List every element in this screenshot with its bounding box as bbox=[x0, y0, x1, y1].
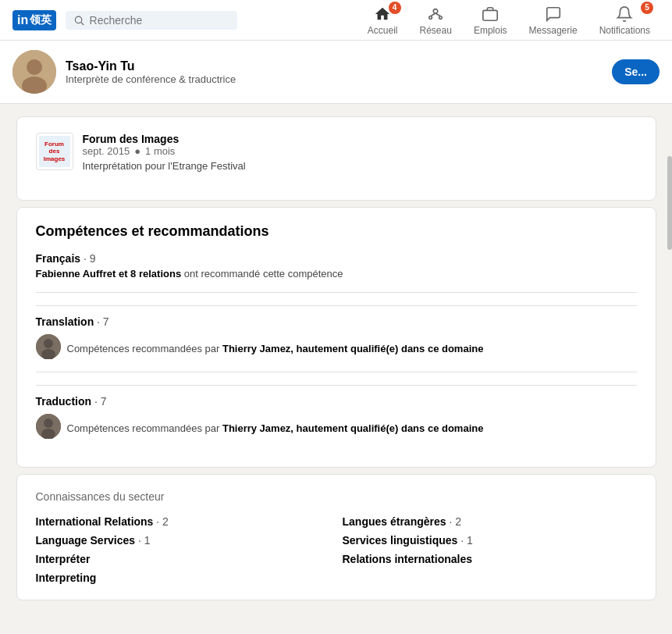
traduction-recommender-name: Thierry Jamez, hautement qualifié(e) dan… bbox=[222, 422, 483, 434]
competences-title: Compétences et recommandations bbox=[36, 223, 637, 240]
svg-point-15 bbox=[44, 419, 53, 428]
francais-recommender-name: Fabienne Auffret et 8 relations bbox=[36, 268, 182, 280]
translation-recommender-avatar bbox=[36, 334, 61, 359]
svg-point-3 bbox=[429, 16, 432, 19]
industry-name-relations-internationales: Relations internationales bbox=[343, 553, 472, 565]
industry-name-interpreter: Interpréter bbox=[36, 553, 91, 565]
industry-name-interpreting: Interpreting bbox=[36, 572, 97, 584]
recommender-avatar-image bbox=[36, 334, 61, 359]
profile-info: Tsao-Yin Tu Interprète de conférence & t… bbox=[66, 59, 236, 85]
svg-line-6 bbox=[436, 13, 440, 16]
industry-section-title: Connaissances du secteur bbox=[36, 490, 637, 503]
profile-name: Tsao-Yin Tu bbox=[66, 59, 236, 73]
translation-recommender-text: Compétences recommandées par Thierry Jam… bbox=[67, 343, 484, 354]
experience-description: Interprétation pour l'Etrange Festival bbox=[83, 160, 246, 172]
search-input[interactable] bbox=[90, 14, 230, 27]
linkedin-in-text: in bbox=[17, 13, 28, 27]
profile-search-button[interactable]: Se... bbox=[612, 59, 660, 84]
industry-item-langues-etrangeres: Langues étrangères · 2 bbox=[343, 515, 637, 528]
nav-label-emplois: Emplois bbox=[474, 25, 507, 36]
industry-item-intl-relations: International Relations · 2 bbox=[36, 515, 330, 528]
industry-item-relations-internationales: Relations internationales bbox=[343, 553, 637, 565]
nav-item-messagerie[interactable]: Messagerie bbox=[520, 2, 587, 39]
svg-point-0 bbox=[76, 16, 82, 23]
company-logo-inner: ForumdesImages bbox=[39, 136, 70, 167]
nav-label-notifications: Notifications bbox=[599, 25, 650, 36]
company-logo: ForumdesImages bbox=[36, 133, 73, 170]
divider-2 bbox=[36, 385, 637, 386]
experience-date: sept. 2015 ● 1 mois bbox=[83, 145, 246, 157]
svg-line-5 bbox=[431, 13, 436, 16]
competence-translation-count: · 7 bbox=[97, 315, 109, 328]
nav-item-notifications[interactable]: 5 Notifications bbox=[590, 2, 660, 39]
competence-translation-name: Translation · 7 bbox=[36, 315, 637, 328]
competence-traduction: Traduction · 7 Compétences recommandées … bbox=[36, 395, 637, 451]
industry-name-langues-etrangeres: Langues étrangères bbox=[343, 515, 446, 528]
bell-icon bbox=[615, 5, 634, 23]
svg-point-2 bbox=[433, 9, 438, 12]
industry-name-language-services: Language Services bbox=[36, 534, 136, 547]
industry-name-intl-relations: International Relations bbox=[36, 515, 154, 528]
experience-card: ForumdesImages Forum des Images sept. 20… bbox=[16, 116, 656, 201]
traduction-recommender-row: Compétences recommandées par Thierry Jam… bbox=[36, 414, 637, 439]
experience-separator: ● bbox=[134, 145, 140, 157]
jobs-icon bbox=[481, 5, 500, 23]
competence-traduction-count: · 7 bbox=[94, 395, 107, 408]
profile-title: Interprète de conférence & traductrice bbox=[66, 73, 236, 85]
translation-recommender-name: Thierry Jamez, hautement qualifié(e) dan… bbox=[222, 343, 483, 354]
nav-items: 4 Accueil Réseau bbox=[358, 2, 660, 39]
industry-item-language-services: Language Services · 1 bbox=[36, 534, 330, 547]
industry-name-services-linguistiques: Services linguistiques bbox=[343, 534, 458, 547]
svg-point-9 bbox=[27, 59, 42, 75]
competences-card: Compétences et recommandations Français … bbox=[16, 207, 656, 468]
industry-count-langues-etrangeres: · 2 bbox=[449, 515, 461, 528]
experience-item: ForumdesImages Forum des Images sept. 20… bbox=[36, 133, 637, 172]
experience-details: Forum des Images sept. 2015 ● 1 mois Int… bbox=[83, 133, 246, 172]
industry-card: Connaissances du secteur International R… bbox=[16, 474, 656, 600]
nav-item-emplois[interactable]: Emplois bbox=[464, 2, 517, 39]
nav-label-reseau: Réseau bbox=[420, 25, 452, 36]
competence-francais-recommenders: Fabienne Auffret et 8 relations ont reco… bbox=[36, 268, 637, 280]
traduction-recommender-avatar bbox=[36, 414, 61, 439]
svg-rect-7 bbox=[483, 10, 497, 20]
search-bar[interactable] bbox=[66, 11, 237, 30]
network-icon bbox=[426, 5, 445, 23]
svg-point-12 bbox=[44, 339, 53, 348]
svg-line-1 bbox=[81, 22, 84, 24]
industry-grid: International Relations · 2 Langues étra… bbox=[36, 515, 637, 584]
divider-1 bbox=[36, 305, 637, 306]
profile-strip: Tsao-Yin Tu Interprète de conférence & t… bbox=[0, 41, 672, 104]
search-icon bbox=[73, 14, 84, 27]
industry-count-language-services: · 1 bbox=[138, 534, 151, 547]
main-content: ForumdesImages Forum des Images sept. 20… bbox=[16, 116, 656, 600]
industry-item-interpreter: Interpréter bbox=[36, 553, 330, 565]
experience-duration: 1 mois bbox=[145, 145, 175, 157]
industry-count-services-linguistiques: · 1 bbox=[460, 534, 473, 547]
traduction-avatar-image bbox=[36, 414, 61, 439]
avatar bbox=[12, 50, 56, 94]
experience-date-text: sept. 2015 bbox=[83, 145, 130, 157]
notifications-badge: 5 bbox=[641, 2, 653, 14]
scrollbar-indicator[interactable] bbox=[667, 156, 672, 250]
accueil-badge: 4 bbox=[389, 2, 401, 14]
competence-francais-name: Français · 9 bbox=[36, 252, 637, 265]
nav-label-messagerie: Messagerie bbox=[529, 25, 578, 36]
svg-point-4 bbox=[439, 16, 443, 19]
message-icon bbox=[544, 5, 563, 23]
competence-francais-count: · 9 bbox=[84, 252, 96, 265]
industry-item-interpreting: Interpreting bbox=[36, 572, 330, 584]
top-navigation: in 领英 4 Accueil bbox=[0, 0, 672, 41]
translation-recommender-row: Compétences recommandées par Thierry Jam… bbox=[36, 334, 637, 359]
company-name: Forum des Images bbox=[83, 133, 246, 145]
nav-label-accueil: Accueil bbox=[368, 25, 398, 36]
competence-translation: Translation · 7 Compétences recommandées… bbox=[36, 315, 637, 372]
competence-francais: Français · 9 Fabienne Auffret et 8 relat… bbox=[36, 252, 637, 293]
nav-item-reseau[interactable]: Réseau bbox=[411, 2, 461, 39]
linkedin-cn-text: 领英 bbox=[30, 13, 52, 27]
traduction-recommender-text: Compétences recommandées par Thierry Jam… bbox=[67, 422, 484, 434]
linkedin-logo[interactable]: in 领英 bbox=[12, 10, 56, 30]
nav-item-accueil[interactable]: 4 Accueil bbox=[358, 2, 407, 39]
industry-count-intl-relations: · 2 bbox=[156, 515, 169, 528]
avatar-image bbox=[12, 50, 56, 94]
industry-item-services-linguistiques: Services linguistiques · 1 bbox=[343, 534, 637, 547]
